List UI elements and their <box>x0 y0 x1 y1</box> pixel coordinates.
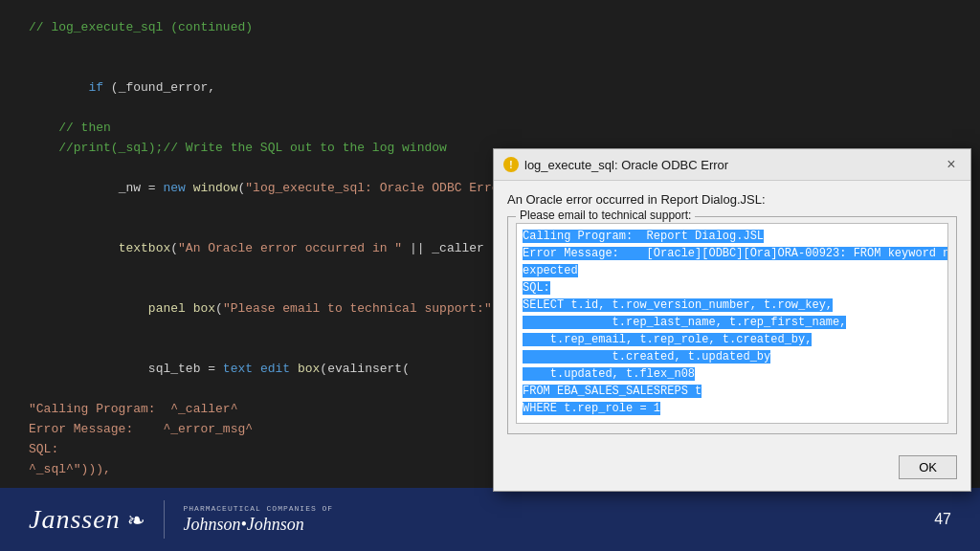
warning-icon: ! <box>503 157 519 172</box>
jnj-logo-text: Johnson•Johnson <box>184 515 304 535</box>
error-dialog: ! log_execute_sql: Oracle ODBC Error × A… <box>493 148 971 492</box>
dialog-message: An Oracle error occurred in Report Dialo… <box>507 192 957 207</box>
dialog-titlebar-left: ! log_execute_sql: Oracle ODBC Error <box>503 157 728 172</box>
dialog-groupbox-legend: Please email to technical support: <box>516 209 695 222</box>
code-line-3: if (_found_error, <box>29 57 951 118</box>
dialog-close-button[interactable]: × <box>942 155 961 174</box>
jnj-section: PHARMACEUTICAL COMPANIES OF Johnson•John… <box>184 504 334 535</box>
code-line-4: // then <box>29 118 951 138</box>
footer-bar: Janssen ❧ PHARMACEUTICAL COMPANIES OF Jo… <box>0 488 980 551</box>
slide-number: 47 <box>934 511 951 528</box>
dialog-title: log_execute_sql: Oracle ODBC Error <box>524 158 728 172</box>
dialog-body: An Oracle error occurred in Report Dialo… <box>494 181 970 455</box>
ok-button[interactable]: OK <box>899 455 957 479</box>
pharma-label: PHARMACEUTICAL COMPANIES OF <box>184 504 334 513</box>
footer-divider <box>164 500 165 539</box>
dialog-footer: OK <box>494 455 970 491</box>
janssen-swirl-icon: ❧ <box>128 503 145 536</box>
janssen-logo: Janssen ❧ <box>29 503 145 536</box>
janssen-text: Janssen <box>29 504 121 535</box>
code-line-1: // log_execute_sql (continued) <box>29 17 951 37</box>
dialog-titlebar: ! log_execute_sql: Oracle ODBC Error × <box>494 149 970 181</box>
dialog-textarea[interactable]: Calling Program: Report Dialog.JSL Error… <box>516 223 948 424</box>
code-line-2 <box>29 37 951 57</box>
dialog-groupbox: Please email to technical support: Calli… <box>507 216 957 434</box>
